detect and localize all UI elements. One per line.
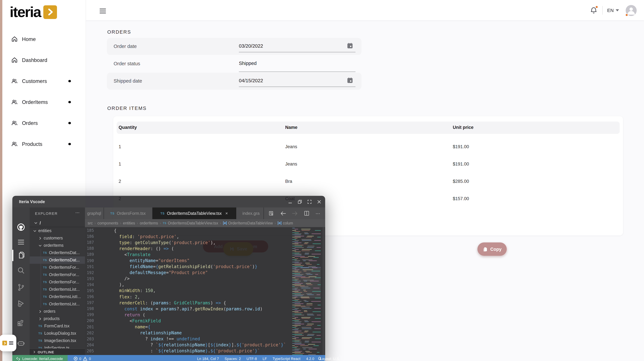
github-icon[interactable]: [12, 223, 30, 231]
restore-icon[interactable]: [298, 200, 302, 204]
files-icon[interactable]: [12, 251, 30, 259]
field-value[interactable]: 04/15/2022: [239, 78, 263, 83]
editor-tab-index-gra[interactable]: TS index.gra: [236, 207, 264, 219]
explorer-file-item[interactable]: TS OrderItemsFor...: [30, 264, 85, 271]
explorer-folder-orderItems[interactable]: TS orderItems: [30, 242, 85, 249]
explorer-file-item[interactable]: TS FormCard.tsx: [30, 322, 85, 330]
home-icon: [11, 36, 18, 42]
back-icon[interactable]: [280, 211, 286, 216]
extensions-icon[interactable]: [12, 318, 30, 326]
vscode-titlebar[interactable]: Iteria Vscode: [12, 196, 325, 207]
form-field-row: Order status Shipped: [107, 55, 362, 72]
breadcrumb-separator-icon: ›: [220, 221, 221, 225]
status-item[interactable]: UTF-8: [246, 357, 257, 361]
open-changes-icon[interactable]: [268, 211, 274, 216]
search-icon[interactable]: [12, 266, 30, 274]
explorer-file-item[interactable]: TS OrderItemsFor...: [30, 271, 85, 278]
field-value[interactable]: 03/20/2022: [239, 43, 263, 49]
symbol-icon: [223, 221, 227, 225]
explorer-folder-entities[interactable]: TS entities: [30, 227, 85, 234]
explorer-file-item[interactable]: TS OrderItemsList...: [30, 286, 85, 293]
editor-tabs: TS graphql TS OrdersForm.tsx TS OrderIte…: [85, 207, 325, 219]
breadcrumb-item[interactable]: colum: [278, 221, 293, 225]
explorer-file-item[interactable]: TS OrderItemsDat...: [30, 249, 85, 256]
table-row[interactable]: 2Bra$285.00: [116, 179, 620, 187]
line-number: 188: [85, 246, 98, 251]
status-item[interactable]: Layout: U.S.: [320, 357, 340, 361]
editor-tab-orderitemsdatatableview-tsx[interactable]: TS OrderItemsDataTableView.tsx ×: [152, 207, 236, 219]
lowcode-launcher[interactable]: [0, 335, 16, 351]
column-header[interactable]: Name: [285, 125, 298, 130]
editor-tab-ordersform-tsx[interactable]: TS OrdersForm.tsx: [104, 207, 152, 219]
sidebar-item-orders[interactable]: Orders: [2, 113, 86, 134]
explorer-file-item[interactable]: TS OrderItemsListI...: [30, 293, 85, 300]
explorer-folder-products[interactable]: TS products: [30, 315, 85, 322]
close-icon[interactable]: [317, 200, 321, 204]
minimize-icon[interactable]: [288, 200, 292, 204]
sidebar-item-products[interactable]: Products: [2, 134, 86, 155]
fullscreen-icon[interactable]: [308, 200, 312, 204]
menu-toggle-icon[interactable]: [100, 7, 106, 15]
copy-button[interactable]: Copy: [478, 242, 507, 256]
editor-scrollbar[interactable]: [322, 227, 324, 355]
code-line: 204 ? `${relationshipName}[${index}].${'…: [85, 342, 292, 348]
explorer-file-item[interactable]: TS LookupDialog.tsx: [30, 330, 85, 337]
explorer-file-item[interactable]: TS OrderItemsDat...: [30, 256, 85, 264]
status-item[interactable]: LF: [262, 357, 267, 361]
forward-icon[interactable]: [292, 211, 298, 216]
explorer-file-item[interactable]: TS OrderItemsList...: [30, 300, 85, 308]
table-row[interactable]: 1Jeans$191.00: [116, 144, 620, 152]
explorer-more-icon[interactable]: ⋯: [75, 210, 80, 215]
breadcrumb-item[interactable]: orderItems: [140, 221, 158, 225]
field-label: Order status: [114, 61, 140, 66]
editor-tab-graphql[interactable]: TS graphql: [85, 207, 104, 219]
status-item[interactable]: Spaces: 2: [224, 357, 241, 361]
explorer-root-folder[interactable]: /: [30, 219, 85, 227]
status-bell-icon[interactable]: [318, 356, 322, 361]
status-item[interactable]: 4.2.0: [306, 357, 314, 361]
code-line: 202 relationshipName: [85, 330, 292, 336]
more-actions-icon[interactable]: ⋯: [316, 211, 320, 216]
status-item[interactable]: Ln 184, Col 7: [197, 357, 219, 361]
tab-close-icon[interactable]: ×: [226, 211, 228, 216]
code-editor[interactable]: 185 {186 field: 'product.price',187 type…: [85, 227, 325, 355]
vscode-editor-area: TS graphql TS OrdersForm.tsx TS OrderIte…: [85, 207, 325, 355]
debug-icon[interactable]: [12, 299, 30, 307]
notifications-button[interactable]: [590, 6, 598, 14]
breadcrumb-item[interactable]: components: [98, 221, 118, 225]
table-row[interactable]: 1Jeans$191.00: [116, 162, 620, 170]
breadcrumb-item[interactable]: TSOrderItemsDataTableView.tsx: [163, 221, 218, 225]
user-avatar[interactable]: [626, 5, 637, 16]
problems-indicator[interactable]: 0 0: [74, 357, 91, 361]
minimap[interactable]: [292, 228, 321, 355]
brand-logo: iteria: [10, 5, 57, 19]
indent-guide: [41, 264, 41, 271]
outline-section-header[interactable]: OUTLINE: [30, 348, 85, 355]
explorer-file-item[interactable]: TS ImageSection.tsx: [30, 337, 85, 344]
breadcrumb-item[interactable]: src: [88, 221, 93, 225]
source-control-icon[interactable]: [12, 283, 30, 291]
typescript-file-icon: TS: [43, 295, 47, 298]
indent-guide: [41, 278, 41, 286]
breadcrumb-separator-icon: ›: [94, 221, 96, 225]
menu-icon[interactable]: [12, 238, 30, 246]
calendar-icon[interactable]: [347, 77, 353, 83]
language-selector[interactable]: EN: [607, 8, 619, 13]
sidebar-item-orderitems[interactable]: OrderItems: [2, 92, 86, 113]
breadcrumb-item[interactable]: OrderItemsDataTableView: [223, 221, 273, 225]
sidebar-item-home[interactable]: Home: [2, 29, 86, 50]
breadcrumb-item[interactable]: entities: [123, 221, 135, 225]
explorer-folder-customers[interactable]: TS customers: [30, 234, 85, 242]
status-item[interactable]: TypeScript React: [272, 357, 300, 361]
column-header[interactable]: Quantity: [118, 125, 137, 130]
field-value[interactable]: Shipped: [239, 61, 256, 66]
split-editor-icon[interactable]: [304, 211, 309, 216]
calendar-icon[interactable]: [347, 43, 353, 49]
explorer-file-item[interactable]: TS OrderItemsFor...: [30, 278, 85, 286]
column-header[interactable]: Unit price: [453, 125, 474, 130]
file-name: FormCard.tsx: [44, 324, 70, 328]
remote-indicator[interactable]: Lowcode: Iteria/Lowcode: [12, 355, 68, 361]
explorer-folder-orders[interactable]: TS orders: [30, 308, 85, 315]
sidebar-item-dashboard[interactable]: Dashboard: [2, 50, 86, 71]
sidebar-item-customers[interactable]: Customers: [2, 71, 86, 92]
